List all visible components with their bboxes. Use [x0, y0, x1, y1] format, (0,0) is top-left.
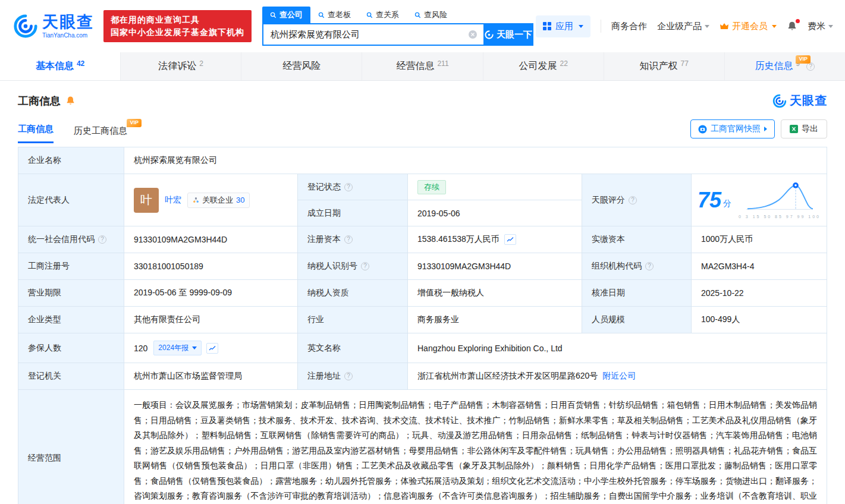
watermark-logo: 天眼查: [772, 93, 827, 109]
field-label: 核准日期: [592, 288, 625, 298]
field-label: 组织机构代码: [592, 261, 642, 272]
field-value: 杭州探索展览有限公司: [134, 155, 217, 166]
arrow-right-icon: [764, 127, 767, 131]
apps-menu[interactable]: 应用: [536, 15, 590, 37]
help-icon[interactable]: [361, 262, 369, 270]
business-scope-value: 一般项目：会议及展览服务；市场营销策划；皮革制品销售；日用陶瓷制品销售；电子产品…: [124, 390, 827, 504]
business-scope-label: 经营范围: [18, 390, 124, 504]
avatar-initial: 叶: [140, 192, 152, 208]
field-value: 91330109MA2GM3H44D: [134, 235, 227, 244]
field-value: 330181001050189: [134, 262, 203, 271]
help-icon[interactable]: [645, 262, 654, 270]
search-tab-company[interactable]: 查公司: [262, 7, 310, 23]
tab-basic-info[interactable]: 基本信息 42: [0, 52, 121, 80]
search-tab-risk[interactable]: 查风险: [407, 7, 455, 23]
avatar[interactable]: 叶: [134, 188, 159, 213]
search-tab-relation[interactable]: 查关系: [359, 7, 407, 23]
reg-status-value: 存续: [408, 174, 582, 200]
subtab-business-info[interactable]: 工商信息: [18, 124, 54, 143]
tab-label: 历史信息: [755, 60, 793, 73]
user-menu[interactable]: 费米: [808, 21, 833, 32]
tab-count: 42: [77, 59, 84, 68]
help-icon[interactable]: [629, 196, 637, 204]
official-snapshot-button[interactable]: 工商官网快照: [690, 119, 775, 138]
business-term-label: 营业期限: [18, 280, 124, 307]
button-label: 工商官网快照: [711, 124, 761, 134]
tab-count: 2: [199, 59, 203, 68]
field-label: 法定代表人: [28, 195, 70, 206]
tab-history-info[interactable]: VIP 历史信息 9: [725, 52, 845, 80]
annual-report-label: 2024年报: [158, 343, 189, 353]
score-unit: 分: [723, 199, 731, 209]
subscribe-bell-icon[interactable]: [65, 96, 76, 106]
notifications-bell[interactable]: [787, 21, 797, 32]
english-name-label: 英文名称: [298, 333, 408, 363]
section-header: 工商信息 天眼查: [0, 81, 845, 112]
annual-report-badge[interactable]: 2024年报: [153, 341, 202, 355]
nav-enterprise-products[interactable]: 企业级产品: [657, 21, 709, 32]
tianyancha-logo-icon: [772, 94, 787, 108]
reg-status-label: 登记状态: [298, 174, 408, 200]
tab-company-development[interactable]: 公司发展 22: [483, 52, 604, 80]
table-row: 经营范围 一般项目：会议及展览服务；市场营销策划；皮革制品销售；日用陶瓷制品销售…: [18, 390, 827, 504]
promo-banner: 都在用的商业查询工具 国家中小企业发展子基金旗下机构: [103, 10, 252, 42]
legal-rep-name-link[interactable]: 叶宏: [165, 195, 181, 206]
tianyancha-logo[interactable]: 天眼查 TianYanCha.com: [13, 14, 94, 39]
company-type-label: 企业类型: [18, 307, 124, 333]
search-input[interactable]: [262, 23, 483, 46]
help-icon[interactable]: [344, 235, 353, 244]
field-value: 1000万人民币: [701, 234, 753, 245]
nav-open-vip[interactable]: 开通会员: [720, 21, 777, 32]
reg-authority-value: 杭州市萧山区市场监督管理局: [124, 363, 298, 390]
industry-label: 行业: [298, 307, 408, 333]
tab-legal-proceedings[interactable]: 法律诉讼 2: [121, 52, 241, 80]
divider: [601, 20, 601, 33]
help-icon[interactable]: [344, 183, 353, 191]
search-icon: [366, 12, 373, 18]
table-row: 工商注册号 330181001050189 纳税人识别号 91330109MA2…: [18, 253, 827, 280]
table-row: 营业期限 2019-05-06 至 9999-09-09 纳税人资质 增值税一般…: [18, 280, 827, 307]
field-value: 增值税一般纳税人: [417, 288, 484, 298]
taxpayer-quality-value: 增值税一般纳税人: [408, 280, 582, 307]
industry-value: 商务服务业: [408, 307, 582, 333]
field-value: 2019-05-06: [417, 209, 460, 218]
clear-input-icon[interactable]: [468, 30, 478, 42]
tab-operation-risk[interactable]: 经营风险: [241, 52, 362, 80]
field-label: 统一社会信用代码: [28, 234, 95, 245]
nearby-companies-link[interactable]: 附近公司: [602, 371, 636, 382]
capital-trend-chart-icon[interactable]: [504, 234, 516, 245]
tab-intellectual-property[interactable]: 知识产权 77: [604, 52, 725, 80]
tab-count: 77: [681, 59, 689, 68]
field-value: 120: [134, 344, 147, 353]
logo-text: 天眼查 TianYanCha.com: [42, 14, 94, 39]
reg-capital-value: 1538.461538万人民币: [408, 226, 582, 253]
export-button[interactable]: 导出: [781, 119, 827, 138]
search-icon: [414, 12, 421, 18]
score-value[interactable]: 75 分 0 3 15 50 85 97 99 100: [692, 174, 827, 226]
insured-trend-chart-icon[interactable]: [206, 343, 218, 354]
subtab-history-business-info[interactable]: VIP 历史工商信息: [74, 125, 127, 143]
field-label: 实缴资本: [592, 234, 625, 245]
establish-date-label: 成立日期: [298, 200, 408, 226]
taxpayer-quality-label: 纳税人资质: [298, 280, 408, 307]
search-button[interactable]: 天眼一下: [483, 23, 533, 46]
establish-date-value: 2019-05-06: [408, 200, 582, 226]
nav-business-coop[interactable]: 商务合作: [611, 21, 647, 32]
tab-operation-info[interactable]: 经营信息 211: [362, 52, 483, 80]
field-value: Hangzhou Exploring Exhibition Co., Ltd: [417, 344, 563, 353]
company-name-label: 企业名称: [18, 147, 124, 174]
chevron-down-icon: [705, 25, 709, 28]
section-title: 工商信息: [18, 94, 61, 108]
table-row: 参保人数 120 2024年报 英文名称 Hangzhou Exploring …: [18, 333, 827, 363]
field-value: 其他有限责任公司: [134, 314, 200, 325]
nav-label: 商务合作: [611, 21, 647, 32]
search-tab-boss[interactable]: 查老板: [310, 7, 359, 23]
top-bar: 天眼查 TianYanCha.com 都在用的商业查询工具 国家中小企业发展子基…: [0, 0, 845, 49]
related-companies-badge[interactable]: 关联企业 30: [187, 193, 250, 208]
search-button-label: 天眼一下: [497, 29, 532, 40]
staff-size-label: 人员规模: [582, 307, 692, 333]
help-icon[interactable]: [344, 372, 353, 380]
search-icon: [270, 12, 277, 18]
help-icon[interactable]: [98, 235, 106, 244]
english-name-value: Hangzhou Exploring Exhibition Co., Ltd: [408, 333, 827, 363]
